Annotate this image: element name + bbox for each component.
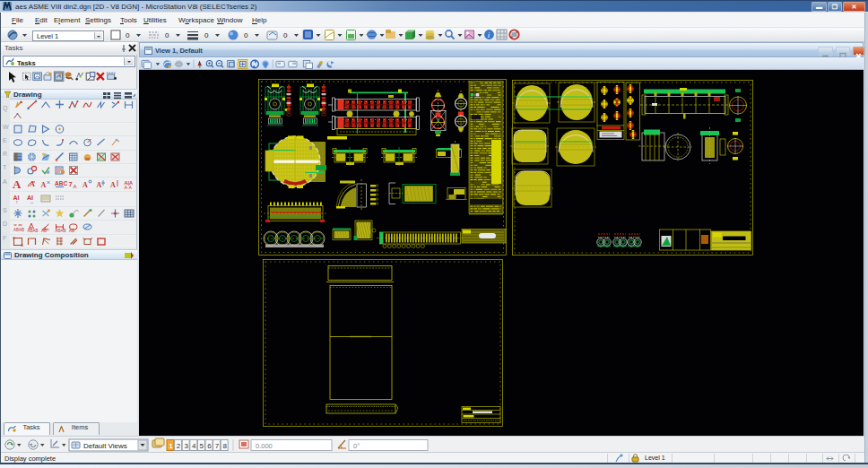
svg-text:0: 0 xyxy=(126,31,130,39)
svg-text:AB: AB xyxy=(41,229,47,233)
svg-text:0.000: 0.000 xyxy=(256,442,273,450)
svg-text:7: 7 xyxy=(215,442,220,450)
svg-text:A·A: A·A xyxy=(125,185,133,190)
svg-text:7: 7 xyxy=(69,180,73,188)
svg-text:Default Views: Default Views xyxy=(83,442,127,450)
svg-text:A: A xyxy=(30,180,35,188)
svg-text:↔: ↔ xyxy=(30,199,34,204)
svg-text:5: 5 xyxy=(200,442,204,450)
svg-text:A: A xyxy=(97,181,102,189)
svg-text:A: A xyxy=(74,184,77,189)
svg-text:0: 0 xyxy=(244,31,248,39)
svg-text:6: 6 xyxy=(207,442,212,450)
svg-text:1: 1 xyxy=(169,442,173,450)
svg-text:ABAB: ABAB xyxy=(28,229,39,233)
svg-text:2: 2 xyxy=(177,442,181,450)
svg-text:↕: ↕ xyxy=(16,199,19,204)
svg-text:AB: AB xyxy=(69,229,74,233)
svg-text:0°: 0° xyxy=(353,442,360,450)
svg-text:8: 8 xyxy=(222,442,227,450)
svg-text:A: A xyxy=(41,181,47,189)
svg-text:3: 3 xyxy=(184,442,188,450)
svg-text:4: 4 xyxy=(192,442,196,450)
svg-text:ABAB: ABAB xyxy=(56,229,66,233)
svg-text:A: A xyxy=(82,181,88,189)
svg-text:0: 0 xyxy=(283,31,288,39)
svg-text:ABAB: ABAB xyxy=(13,228,24,232)
svg-text:0: 0 xyxy=(204,31,209,39)
svg-text:A: A xyxy=(110,181,116,189)
svg-text:A: A xyxy=(13,178,22,191)
svg-text:0: 0 xyxy=(165,31,169,39)
svg-text:ABC: ABC xyxy=(55,180,67,186)
